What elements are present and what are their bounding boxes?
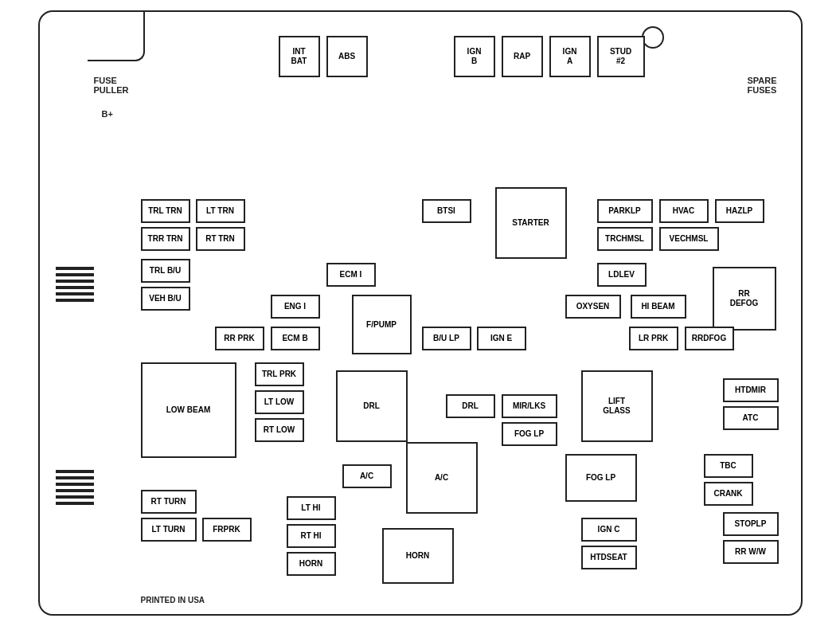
fuse-puller-label: FUSEPULLER [94,76,129,95]
fuse-trr_trn: TRR TRN [141,227,190,251]
fuse-hvac: HVAC [659,199,709,223]
b-plus-label: B+ [102,109,113,119]
fuse-lt_turn: LT TURN [141,518,197,542]
fuse-horn_big: HORN [382,528,454,584]
fuse-stoplp: STOPLP [723,512,779,536]
fuse-rr_prk: RR PRK [215,327,264,350]
fuse-ign_a: IGNA [549,36,591,77]
fuse-trl_prk: TRL PRK [255,362,304,386]
fuse-trl_trn: TRL TRN [141,199,190,223]
fuse-ecm_b: ECM B [271,327,320,350]
fuse-rt_trn: RT TRN [196,227,245,251]
fuse-ldlev: LDLEV [597,263,647,287]
fuse-mir_lks: MIR/LKS [502,394,557,418]
fuse-low_beam: LOW BEAM [141,362,236,458]
hlines-group2 [56,470,94,505]
fuse-diagram: FUSEPULLER B+ SPAREFUSES PRINTED IN USA … [38,10,803,616]
fuse-lr_prk: LR PRK [629,327,678,350]
fuse-lt_trn: LT TRN [196,199,245,223]
fuse-horn_small: HORN [287,552,336,576]
hlines-group1 [56,267,94,302]
printed-label: PRINTED IN USA [141,596,205,604]
fuse-htdseat: HTDSEAT [581,546,637,569]
fuse-rt_low: RT LOW [255,418,304,442]
fuse-ac_big: A/C [406,442,478,514]
fuse-int_bat: INTBAT [279,36,320,77]
fuse-rt_hi: RT HI [287,524,336,548]
spare-fuses-label: SPAREFUSES [747,76,776,95]
fuse-drl_big: DRL [336,370,408,442]
fuse-eng_i: ENG I [271,295,320,319]
fuse-lift_glass: LIFTGLASS [581,370,653,442]
fuse-lt_hi: LT HI [287,496,336,520]
fuse-drl_small: DRL [446,394,495,418]
fuse-tbc: TBC [704,454,753,478]
fuse-veh_bu: VEH B/U [141,287,190,311]
fuse-btsi: BTSI [422,199,471,223]
fuse-bu_lp: B/U LP [422,327,471,350]
fuse-rrdfog: RRDFOG [685,327,734,350]
fuse-stud2: STUD#2 [597,36,645,77]
fuse-atc: ATC [723,406,779,430]
fuse-lt_low: LT LOW [255,390,304,414]
fuse-ecm_i: ECM I [326,263,376,287]
fuse-hi_beam: HI BEAM [631,295,686,319]
fuse-fog_lp_big: FOG LP [565,454,637,502]
fuse-ac_small: A/C [342,464,392,488]
fuse-abs: ABS [326,36,368,77]
fuse-crank: CRANK [704,482,753,506]
fuse-rt_turn: RT TURN [141,490,197,514]
fuse-parklp: PARKLP [597,199,653,223]
fuse-ign_e: IGN E [477,327,526,350]
fuse-ign_c: IGN C [581,518,637,542]
fuse-rr_ww: RR W/W [723,540,779,564]
fuse-ign_b: IGNB [454,36,495,77]
fuse-oxysen: OXYSEN [565,295,621,319]
fuse-fog_lp_small: FOG LP [502,422,557,446]
fuse-rap: RAP [502,36,543,77]
fuse-htdmir: HTDMIR [723,378,779,402]
fuse-hazlp: HAZLP [715,199,764,223]
fuse-frprk: FRPRK [202,518,252,542]
fuse-f_pump: F/PUMP [352,295,412,354]
stud-circle [642,26,664,49]
fuse-trchmsl: TRCHMSL [597,227,653,251]
fuse-starter: STARTER [495,187,567,259]
fuse-trl_bu: TRL B/U [141,259,190,283]
fuse-rr_defog: RRDEFOG [713,267,776,331]
fuse-vechmsl: VECHMSL [659,227,719,251]
